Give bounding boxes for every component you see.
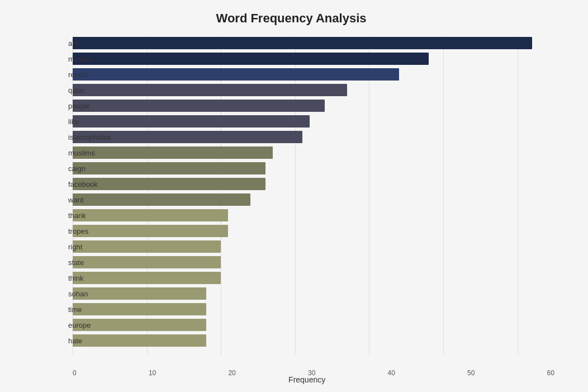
bar-row-report: report [73,67,554,82]
bar-label-muslim: muslim [68,55,73,63]
bar-hate [73,334,206,347]
bar-label-anti: anti [68,39,73,48]
x-tick-20: 20 [228,369,235,377]
bar-label-right: right [68,243,73,251]
bar-muslims [73,147,273,159]
bar-label-facebook: facebook [68,180,73,188]
bars-wrapper: antimuslimreportqatarpeoplelikeislamopho… [73,36,554,355]
bar-row-caign: caign [73,161,554,176]
x-tick-60: 60 [547,369,554,377]
bar-row-time: time [73,302,554,317]
bar-label-qatar: qatar [68,86,73,95]
bar-row-qatar: qatar [73,83,554,97]
bar-want [73,193,250,206]
x-tick-10: 10 [149,369,156,377]
x-tick-40: 40 [388,369,395,377]
bar-row-islamophobia: islamophobia [73,130,554,144]
bar-row-right: right [73,239,554,254]
bar-report [73,68,399,81]
bar-label-state: state [68,258,73,267]
bar-label-sohan: sohan [68,290,73,298]
bar-row-people: people [73,98,554,113]
bar-row-like: like [73,114,554,129]
bar-row-state: state [73,255,554,270]
bar-row-want: want [73,192,554,207]
bar-row-tropes: tropes [73,224,554,238]
bar-label-tropes: tropes [68,227,73,235]
chart-area: 0102030405060antimuslimreportqatarpeople… [73,36,554,355]
bar-label-caign: caign [68,164,73,173]
x-tick-50: 50 [467,369,475,377]
bar-state [73,256,221,268]
bar-label-people: people [68,102,73,110]
bar-time [73,303,206,315]
bar-label-want: want [68,196,73,204]
bar-row-muslims: muslims [73,145,554,160]
bar-label-report: report [68,70,73,79]
x-axis-label: Frequency [288,375,325,384]
bar-label-thank: thank [68,211,73,220]
bar-tropes [73,225,228,237]
bar-row-sohan: sohan [73,286,554,301]
bar-row-muslim: muslim [73,51,554,66]
x-tick-0: 0 [73,369,77,377]
bar-row-hate: hate [73,333,554,348]
bar-label-islamophobia: islamophobia [68,133,73,141]
bar-europe [73,319,206,331]
bar-label-europe: europe [68,321,73,329]
bar-label-like: like [68,117,73,126]
bar-caign [73,162,265,174]
chart-container: Word Frequency Analysis 0102030405060ant… [0,0,588,392]
bar-label-hate: hate [68,337,73,345]
bar-label-muslims: muslims [68,149,73,157]
bar-row-anti: anti [73,36,554,50]
bar-label-think: think [68,274,73,282]
bar-anti [73,37,532,49]
bar-right [73,240,221,253]
bar-qatar [73,84,347,96]
bar-like [73,115,310,127]
bar-row-facebook: facebook [73,177,554,191]
bar-row-thank: thank [73,208,554,223]
bar-label-time: time [68,305,73,314]
bar-sohan [73,287,206,300]
bar-thank [73,209,228,221]
bar-row-think: think [73,271,554,285]
bar-think [73,272,221,284]
bar-people [73,100,325,112]
chart-title: Word Frequency Analysis [50,11,532,26]
bar-muslim [73,53,429,65]
bar-facebook [73,178,265,190]
bar-row-europe: europe [73,318,554,332]
